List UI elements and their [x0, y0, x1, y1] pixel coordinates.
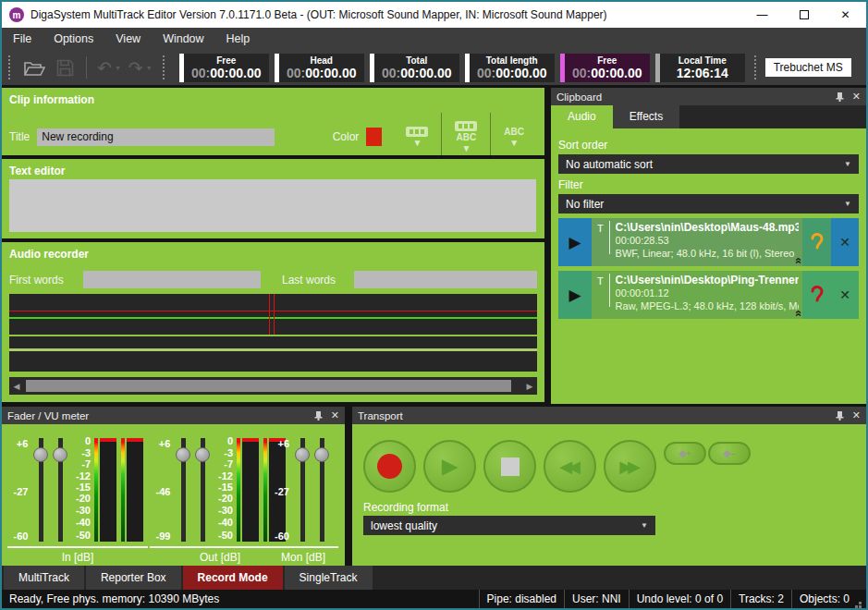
fader-slider[interactable]	[314, 438, 330, 542]
toolbar-grip[interactable]	[754, 55, 757, 79]
clip-color-swatch[interactable]	[366, 128, 382, 146]
fader-knob[interactable]	[33, 447, 48, 462]
tab-singletrack[interactable]: SingleTrack	[285, 566, 373, 590]
playback-cursor	[269, 294, 275, 335]
expand-chevron-icon[interactable]: «	[793, 310, 802, 316]
clip-title-input[interactable]	[37, 128, 274, 146]
close-panel-icon[interactable]: ✕	[852, 91, 861, 103]
rewind-button[interactable]: ◀◀	[544, 440, 596, 493]
counter-prefix: 00:	[287, 66, 305, 80]
clip-information-panel: Clip information Title Color ▼ ABC ▼	[2, 88, 544, 155]
open-file-button[interactable]	[23, 59, 45, 77]
tab-effects[interactable]: Effects	[613, 105, 679, 128]
ear-icon	[810, 231, 825, 253]
pin-icon[interactable]	[836, 410, 844, 421]
fader-knob[interactable]	[53, 447, 67, 462]
first-words-input[interactable]	[83, 271, 261, 288]
fader-knob[interactable]	[195, 447, 210, 462]
text-preset-dropdown[interactable]: ABC ▼	[491, 128, 537, 147]
fader-slider[interactable]	[33, 438, 49, 542]
rewind-icon: ◀◀	[559, 457, 581, 477]
menu-window[interactable]: Window	[152, 28, 214, 50]
status-bar: Ready, Free phys. memory: 10390 MBytes P…	[2, 590, 866, 608]
recording-format-select[interactable]: lowest quality ▼	[363, 516, 655, 535]
filter-select[interactable]: No filter ▼	[558, 194, 859, 214]
scroll-left-icon[interactable]: ◀	[9, 382, 24, 391]
status-objects: Objects: 0	[791, 590, 857, 608]
scroll-right-icon[interactable]: ▶	[522, 382, 537, 391]
text-editor-title: Text editor	[2, 159, 544, 180]
fader-scale: +6 -27 -60	[7, 438, 31, 542]
toolbar: ↶ ▼ ↷ ▼ Free 00:00:00.00 Head 00:00:00.0…	[2, 50, 866, 85]
play-button[interactable]: ▶	[423, 440, 476, 493]
waveform-display[interactable]	[9, 294, 537, 372]
close-panel-icon[interactable]: ✕	[331, 409, 339, 421]
waveform-scrollbar[interactable]: ◀ ▶	[9, 377, 537, 395]
counter-value: 00:00.00	[400, 66, 451, 80]
color-text-preset-dropdown[interactable]: ABC ▼	[442, 121, 490, 152]
play-item-button[interactable]: ▶	[558, 271, 592, 319]
resize-grip[interactable]	[859, 602, 862, 604]
status-tracks: Tracks: 2	[730, 590, 791, 608]
scrollbar-track[interactable]	[24, 379, 522, 393]
fader-slider[interactable]	[295, 438, 311, 542]
minimize-button[interactable]: —	[741, 2, 783, 28]
remove-marker-button[interactable]: ◆−	[708, 442, 751, 465]
fader-knob[interactable]	[295, 447, 310, 462]
clipboard-item[interactable]: ▶ T C:\Users\nin\Desktop\Ping-Trenner.MP…	[558, 271, 859, 319]
fader-knob[interactable]	[176, 447, 190, 462]
fader-slider[interactable]	[176, 438, 191, 542]
transport-header-title: Transport	[358, 410, 403, 421]
fader-scale: +6 -46 -99	[150, 438, 174, 542]
menu-help[interactable]: Help	[215, 28, 262, 50]
menu-view[interactable]: View	[104, 28, 152, 50]
prelisten-button[interactable]	[802, 271, 831, 319]
tab-record-mode[interactable]: Record Mode	[183, 566, 283, 590]
scrollbar-thumb[interactable]	[26, 380, 511, 392]
last-words-input[interactable]	[354, 271, 537, 288]
tab-reporter-box[interactable]: Reporter Box	[86, 566, 181, 590]
expand-chevron-icon[interactable]: «	[793, 257, 802, 263]
toolbar-grip[interactable]	[8, 55, 11, 79]
counter-free-purple: Free 00:00:00.00	[560, 54, 650, 82]
sort-order-select[interactable]: No automatic sort ▼	[558, 154, 859, 174]
play-item-button[interactable]: ▶	[558, 218, 592, 266]
stop-button[interactable]	[483, 440, 536, 493]
counter-value: 00:00.00	[591, 66, 642, 80]
toolbar-grip[interactable]	[163, 55, 165, 79]
undo-button[interactable]: ↶ ▼	[97, 57, 121, 79]
last-words-label: Last words	[282, 274, 354, 287]
redo-button[interactable]: ↷ ▼	[128, 57, 153, 79]
tab-multitrack[interactable]: MultiTrack	[4, 566, 84, 590]
pin-icon[interactable]	[314, 410, 323, 421]
save-button[interactable]	[56, 59, 74, 77]
fader-knob[interactable]	[314, 447, 329, 462]
prelisten-button[interactable]	[802, 218, 831, 266]
record-button[interactable]	[363, 440, 416, 493]
close-panel-icon[interactable]: ✕	[852, 409, 861, 421]
save-icon	[56, 59, 74, 77]
color-preset-dropdown[interactable]: ▼	[393, 127, 441, 147]
audio-recorder-title: Audio recorder	[2, 242, 544, 263]
maximize-button[interactable]	[783, 2, 825, 28]
redo-caret-icon[interactable]: ▼	[146, 65, 153, 71]
undo-caret-icon[interactable]: ▼	[115, 65, 121, 71]
fast-forward-button[interactable]: ▶▶	[604, 440, 656, 493]
remove-item-button[interactable]: ✕	[831, 218, 859, 266]
pin-icon[interactable]	[836, 92, 844, 103]
text-editor-area[interactable]	[9, 179, 536, 232]
remove-item-button[interactable]: ✕	[831, 271, 859, 319]
close-button[interactable]: ✕	[825, 2, 866, 28]
add-marker-button[interactable]: ◆+	[664, 442, 706, 465]
tab-audio[interactable]: Audio	[551, 105, 613, 128]
fader-slider[interactable]	[195, 438, 211, 542]
close-icon: ✕	[839, 235, 850, 250]
clipboard-item[interactable]: ▶ T C:\Users\nin\Desktop\Maus-48.mp3.wav…	[558, 218, 859, 266]
menu-file[interactable]: File	[2, 28, 43, 50]
filter-value: No filter	[566, 198, 604, 211]
meter-scale: 0-3 -7-12 -15-20 -30-40 -50	[70, 438, 94, 542]
font-selector[interactable]: Trebuchet MS	[765, 58, 851, 77]
fader-slider[interactable]	[53, 438, 68, 542]
vu-group-caption: Mon [dB]	[268, 546, 338, 564]
menu-options[interactable]: Options	[43, 28, 104, 50]
